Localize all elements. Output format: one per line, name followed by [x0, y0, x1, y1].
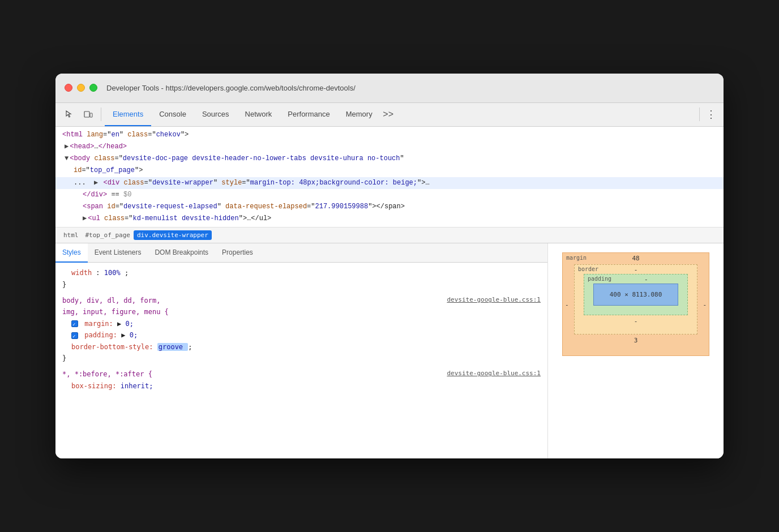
box-border: border - padding - 400 × 8113.080 -	[574, 264, 697, 334]
styles-content: width : 100% ; } body, div, dl, d	[55, 263, 547, 458]
svg-rect-1	[90, 113, 92, 117]
css-selector-body: body, div, dl, dd, form, devsite-google-…	[62, 295, 541, 306]
tab-elements[interactable]: Elements	[105, 102, 151, 126]
tab-console[interactable]: Console	[151, 102, 194, 126]
main-area: Styles Event Listeners DOM Breakpoints P…	[55, 243, 724, 458]
tab-navigation: Elements Console Sources Network Perform…	[105, 102, 696, 126]
styles-panel: Styles Event Listeners DOM Breakpoints P…	[55, 243, 548, 458]
toolbar-divider-2	[699, 108, 700, 121]
title-bar: Developer Tools - https://developers.goo…	[55, 74, 724, 103]
breadcrumb-div-wrapper[interactable]: div.devsite-wrapper	[134, 230, 212, 240]
box-model-panel: margin 48 - - border - padding - 400 × 8…	[548, 243, 724, 458]
css-source-link-2[interactable]: devsite-google-blue.css:1	[447, 368, 541, 379]
box-content: 400 × 8113.080	[593, 284, 678, 306]
margin-top-value[interactable]: 48	[632, 255, 639, 262]
dom-line-html[interactable]: <html lang="en" class="chekov">	[55, 129, 724, 141]
styles-tabs: Styles Event Listeners DOM Breakpoints P…	[55, 243, 547, 263]
margin-checkbox[interactable]	[71, 320, 78, 327]
more-tabs-button[interactable]: >>	[380, 106, 396, 122]
window-title: Developer Tools - https://developers.goo…	[106, 84, 356, 92]
inspect-icon[interactable]	[60, 105, 78, 123]
dom-line-ul[interactable]: ▶<ul class="kd-menulist devsite-hidden">…	[55, 213, 724, 225]
minimize-button[interactable]	[77, 84, 85, 92]
css-closing-brace: }	[62, 279, 541, 290]
margin-bottom-value[interactable]: 3	[634, 337, 638, 344]
styles-tab-styles[interactable]: Styles	[55, 243, 88, 263]
tab-sources[interactable]: Sources	[194, 102, 237, 126]
styles-tab-event-listeners[interactable]: Event Listeners	[88, 243, 148, 263]
breadcrumb-html[interactable]: html	[60, 230, 82, 240]
devtools-menu-button[interactable]: ⋮	[703, 106, 719, 122]
content-dimensions: 400 × 8113.080	[610, 291, 662, 298]
border-value[interactable]: -	[634, 266, 638, 273]
toolbar-divider	[101, 108, 101, 121]
css-block-body: body, div, dl, dd, form, devsite-google-…	[62, 295, 541, 364]
padding-value[interactable]: -	[644, 276, 648, 283]
styles-tab-properties[interactable]: Properties	[215, 243, 260, 263]
margin-label: margin	[566, 255, 587, 261]
device-toggle-icon[interactable]	[79, 105, 97, 123]
traffic-lights	[65, 84, 97, 92]
css-groove-value: groove	[157, 343, 189, 351]
css-source-link-1[interactable]: devsite-google-blue.css:1	[447, 295, 541, 306]
dom-line-div-wrapper[interactable]: ... ▶ <div class="devsite-wrapper" style…	[55, 177, 724, 189]
dom-line-body[interactable]: ▼<body class="devsite-doc-page devsite-h…	[55, 153, 724, 165]
border-label: border	[578, 266, 598, 272]
elements-panel: <html lang="en" class="chekov"> ▶<head>……	[55, 127, 724, 228]
devtools-toolbar: Elements Console Sources Network Perform…	[55, 103, 724, 127]
css-border-rule: border-bottom-style: groove ;	[62, 341, 541, 353]
maximize-button[interactable]	[89, 84, 97, 92]
css-margin-rule: margin: ▶ 0;	[62, 318, 541, 329]
styles-tab-dom-breakpoints[interactable]: DOM Breakpoints	[148, 243, 215, 263]
breadcrumb-top-of-page[interactable]: #top_of_page	[82, 230, 134, 240]
tab-performance[interactable]: Performance	[280, 102, 337, 126]
css-block-star: *, *:before, *:after { devsite-google-bl…	[62, 368, 541, 392]
css-selector-star: *, *:before, *:after { devsite-google-bl…	[62, 368, 541, 380]
devtools-window: Developer Tools - https://developers.goo…	[55, 74, 724, 459]
breadcrumb-bar: html #top_of_page div.devsite-wrapper	[55, 228, 724, 243]
dom-line-body-id[interactable]: id="top_of_page">	[55, 165, 724, 177]
margin-right-value[interactable]: -	[703, 301, 707, 308]
box-padding: padding - 400 × 8113.080	[584, 274, 688, 315]
dom-line-head[interactable]: ▶<head>…</head>	[55, 141, 724, 153]
tab-memory[interactable]: Memory	[338, 102, 380, 126]
margin-left-value[interactable]: -	[565, 301, 569, 308]
tab-network[interactable]: Network	[237, 102, 280, 126]
dom-line-span[interactable]: <span id="devsite-request-elapsed" data-…	[55, 201, 724, 213]
close-button[interactable]	[65, 84, 72, 92]
box-margin: margin 48 - - border - padding - 400 × 8…	[562, 252, 709, 356]
css-selector-body-2: img, input, figure, menu {	[62, 306, 541, 318]
css-padding-rule: padding: ▶ 0;	[62, 329, 541, 341]
padding-checkbox[interactable]	[71, 332, 78, 339]
dom-line-div-close[interactable]: </div> == $0	[55, 189, 724, 201]
css-block-close-2: }	[62, 353, 541, 364]
css-block-width: width : 100% ; }	[62, 267, 541, 290]
svg-rect-0	[84, 111, 89, 117]
padding-label: padding	[588, 276, 611, 282]
css-boxsizing-rule: box-sizing: inherit;	[62, 380, 541, 392]
css-width-line: width : 100% ;	[62, 267, 541, 278]
